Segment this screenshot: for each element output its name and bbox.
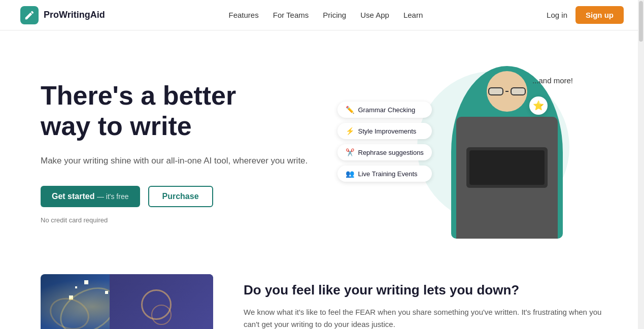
scrollbar-thumb[interactable] [639,1,643,42]
rephrase-icon: ✂️ [346,148,354,156]
logo-svg [24,10,35,21]
pill-grammar: ✏️ Grammar Checking [337,102,432,118]
scrollbar[interactable] [638,0,644,329]
brand-name: ProWritingAid [44,10,105,20]
training-icon: 👥 [346,170,354,178]
hero-content: There's a better way to write Make your … [41,81,322,224]
nav-features[interactable]: Features [229,11,259,19]
style-icon: ⚡ [346,127,354,135]
hero-title: There's a better way to write [41,81,322,142]
navbar: ProWritingAid Features For Teams Pricing… [0,0,644,30]
bottom-section: My idea in my head Do you feel like your… [0,274,644,329]
nav-for-teams[interactable]: For Teams [273,11,309,19]
signup-button[interactable]: Sign up [575,6,624,24]
hero-person-area [451,66,563,239]
pill-style: ⚡ Style Improvements [337,123,432,139]
hero-title-line1: There's a better [41,81,236,110]
hero-title-line2: way to write [41,111,192,141]
bottom-description: We know what it's like to feel the FEAR … [244,306,603,329]
laptop [466,147,548,188]
nav-links: Features For Teams Pricing Use App Learn [229,11,423,19]
purchase-button[interactable]: Purchase [148,186,213,207]
nav-use-app[interactable]: Use App [360,11,389,19]
pill-training-label: Live Training Events [358,170,418,178]
pill-rephrase-label: Rephrase suggestions [358,149,424,156]
person-glasses [488,87,526,95]
cta-primary-sub: — it's free [97,192,129,201]
hero-buttons: Get started — it's free Purchase [41,186,322,207]
teal-blob [451,66,563,239]
nav-pricing[interactable]: Pricing [323,11,346,19]
pill-training: 👥 Live Training Events [337,166,432,182]
more-label: ...and more! [532,76,573,85]
star-badge: ⭐ [529,96,548,115]
feature-pills: ✏️ Grammar Checking ⚡ Style Improvements… [337,102,432,182]
hero-subtitle: Make your writing shine with our all-in-… [41,154,322,168]
pill-grammar-label: Grammar Checking [358,106,416,114]
logo[interactable]: ProWritingAid [20,6,105,24]
bottom-heading: Do you feel like your writing lets you d… [244,282,603,298]
pill-rephrase: ✂️ Rephrase suggestions [337,144,432,160]
person-body [456,117,558,239]
cta-primary-label: Get started [52,192,94,201]
no-credit-text: No credit card required [41,216,322,224]
overlay-card [110,274,213,329]
bottom-image-area: My idea in my head [41,274,213,329]
bottom-text: Do you feel like your writing lets you d… [244,274,603,329]
hero-section: There's a better way to write Make your … [0,30,644,264]
login-button[interactable]: Log in [547,11,567,19]
nav-learn[interactable]: Learn [403,11,423,19]
get-started-button[interactable]: Get started — it's free [41,186,140,207]
hero-visual: ✏️ Grammar Checking ⚡ Style Improvements… [322,61,604,244]
pill-style-label: Style Improvements [358,127,417,135]
nav-actions: Log in Sign up [547,6,624,24]
grammar-icon: ✏️ [346,106,354,114]
logo-icon [20,6,39,24]
